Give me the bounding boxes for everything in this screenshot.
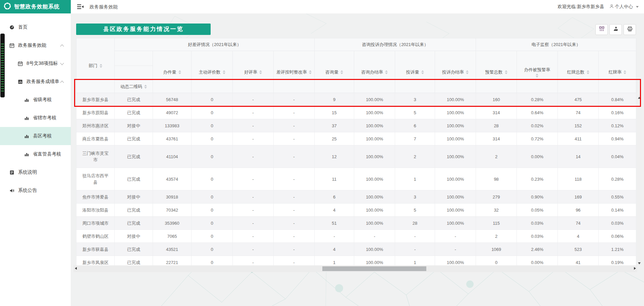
app-title: 智慧政务效能系统 xyxy=(14,3,60,10)
sidebar-item-label: 首页 xyxy=(18,24,28,30)
welcome-text: 欢迎光临:新乡市新乡县 xyxy=(557,4,604,10)
column-header-dept[interactable]: 部门 xyxy=(76,38,115,93)
sidebar-item-province-managed-county-assessment[interactable]: 省直管县考核 xyxy=(0,145,71,163)
column-header-red-card-rate[interactable]: 红牌率 xyxy=(599,51,636,93)
app-logo-bar: 智慧政务效能系统 xyxy=(0,0,71,13)
main-content: 县区政务服务能力情况一览 部门 好差评情况（2021年以来） 咨询投诉办理情况（… xyxy=(71,13,644,306)
sidebar-item-system-announcement[interactable]: 系统公告 xyxy=(0,181,71,200)
table-row: 新乡市获嘉县已完成435210--4100.00%--10692.46%5231… xyxy=(76,243,636,256)
column-header-active-reviews[interactable]: 主动评价数 xyxy=(192,51,233,93)
sidebar-item-prefecture-city-assessment[interactable]: 省辖市考核 xyxy=(0,109,71,127)
table-row: 商丘市夏邑县已完成437610--25100.00%7100.00%3140.7… xyxy=(76,132,636,145)
column-header-consult-count[interactable]: 咨询量 xyxy=(315,51,354,93)
column-header-warning-total[interactable]: 预警总数 xyxy=(476,51,517,93)
scroll-up-arrow-icon[interactable] xyxy=(638,97,641,99)
data-cell: 37 xyxy=(315,119,354,132)
scroll-left-arrow-icon[interactable] xyxy=(75,267,77,270)
data-cell: 100.00% xyxy=(354,190,395,204)
column-header-qrcode[interactable]: 动态二维码 xyxy=(115,80,153,93)
data-cell: 11 xyxy=(315,168,354,190)
left-edge-widget[interactable] xyxy=(0,34,5,97)
column-header-warned-rate[interactable]: 办件被预警率 xyxy=(517,51,558,93)
group-header-e-supervision: 电子监察（2021年以来） xyxy=(476,38,636,51)
sidebar-item-gov-service-efficiency[interactable]: 政务服务效能 xyxy=(0,36,71,54)
data-cell: 41104 xyxy=(153,145,192,168)
column-header-rectify-on-time-rate[interactable]: 差评按时整改率 xyxy=(274,51,315,93)
group-header-reviews: 好差评情况（2021年以来） xyxy=(115,38,315,51)
data-cell: 0.23% xyxy=(517,168,558,190)
data-cell: 353960 xyxy=(153,217,192,230)
data-cell: 2 xyxy=(476,230,517,243)
data-cell: 0.72% xyxy=(517,132,558,145)
table-vertical-scrollbar[interactable] xyxy=(637,96,642,265)
data-cell: 115 xyxy=(476,217,517,230)
data-cell: 152 xyxy=(558,119,599,132)
user-center-menu[interactable]: 个人中心 xyxy=(609,4,639,10)
sidebar-item-label: 省辖市考核 xyxy=(33,115,56,121)
column-settings-button[interactable] xyxy=(595,24,608,35)
data-cell: 0.14% xyxy=(599,204,636,217)
data-cell: 已完成 xyxy=(115,106,153,119)
column-header-consult-close-rate[interactable]: 咨询办结率 xyxy=(354,51,395,93)
table-row: 鹤壁市鹤山区对接中70650------20.03%40.06% xyxy=(76,230,636,243)
sidebar-item-system-description[interactable]: 系统说明 xyxy=(0,163,71,181)
sidebar-item-provincial-assessment[interactable]: 省级考核 xyxy=(0,91,71,109)
table-body: 新乡市新乡县已完成567480--9100.00%3100.00%1600.28… xyxy=(76,93,636,269)
data-cell: 2.46% xyxy=(517,243,558,256)
data-cell: - xyxy=(233,93,274,106)
sidebar-item-label: 政务服务成绩单 xyxy=(26,79,59,85)
sort-icon xyxy=(309,70,312,74)
sidebar-menu: 首页政务服务效能8号文38项指标政务服务成绩单省级考核省辖市考核县区考核省直管县… xyxy=(0,13,71,200)
data-cell: 475 xyxy=(558,93,599,106)
print-button[interactable] xyxy=(624,24,636,35)
data-cell: - xyxy=(274,168,315,190)
bar-chart-icon xyxy=(24,134,29,139)
data-cell: 5 xyxy=(395,204,435,217)
data-cell: 0.12% xyxy=(599,119,636,132)
data-cell: 411 xyxy=(558,132,599,145)
sidebar-item-label: 省级考核 xyxy=(33,97,52,103)
column-header-cases[interactable]: 办件量 xyxy=(153,51,192,93)
chevron-up-icon xyxy=(60,44,64,48)
export-button[interactable] xyxy=(609,24,622,35)
dept-cell: 鹤壁市鹤山区 xyxy=(76,230,115,243)
data-cell: 98 xyxy=(476,168,517,190)
sidebar-item-doc8-38-indicators[interactable]: 8号文38项指标 xyxy=(0,54,71,73)
data-cell: 已完成 xyxy=(115,217,153,230)
scrollbar-thumb[interactable] xyxy=(322,266,426,271)
table-row: 焦作市博爱县对接中309180--6100.00%3100.00%2790.90… xyxy=(76,190,636,204)
column-header-positive-rate[interactable]: 好评率 xyxy=(233,51,274,93)
data-cell: 0.03% xyxy=(599,217,636,230)
data-cell: 0 xyxy=(192,93,233,106)
sidebar-item-county-assessment[interactable]: 县区考核 xyxy=(0,127,71,145)
table-row: 洛阳市汝阳县已完成703420--4100.00%5100.00%320.05%… xyxy=(76,204,636,217)
data-cell: 已完成 xyxy=(115,145,153,168)
column-header-complaint-count[interactable]: 投诉量 xyxy=(395,51,435,93)
data-cell: 已完成 xyxy=(115,93,153,106)
menu-fold-icon[interactable] xyxy=(77,4,84,11)
data-cell: 已完成 xyxy=(115,204,153,217)
data-cell: 已完成 xyxy=(115,132,153,145)
sidebar-item-home[interactable]: 首页 xyxy=(0,18,71,36)
data-cell: 100.00% xyxy=(354,93,395,106)
data-cell: 0.03% xyxy=(517,230,558,243)
column-header-red-card-total[interactable]: 红牌总数 xyxy=(558,51,599,93)
breadcrumb: 政务服务效能 xyxy=(90,0,118,13)
data-cell: 0.28% xyxy=(599,168,636,190)
data-cell: 对接中 xyxy=(115,119,153,132)
data-cell: 4 xyxy=(315,204,354,217)
document-icon xyxy=(9,170,14,175)
sidebar-item-service-score-report[interactable]: 政务服务成绩单 xyxy=(0,73,71,91)
scroll-right-arrow-icon[interactable] xyxy=(634,267,636,270)
scroll-down-arrow-icon[interactable] xyxy=(638,262,641,264)
data-cell: - xyxy=(274,119,315,132)
data-cell: 100.00% xyxy=(435,168,476,190)
column-header-complaint-close-rate[interactable]: 投诉办结率 xyxy=(435,51,476,93)
dept-cell: 周口市项城市 xyxy=(76,217,115,230)
data-cell: - xyxy=(435,230,476,243)
column-header-spacer xyxy=(115,51,153,66)
table-horizontal-scrollbar[interactable] xyxy=(73,265,637,272)
bar-chart-icon xyxy=(24,152,29,157)
chart-box-icon xyxy=(17,79,23,84)
data-cell: 已完成 xyxy=(115,243,153,256)
